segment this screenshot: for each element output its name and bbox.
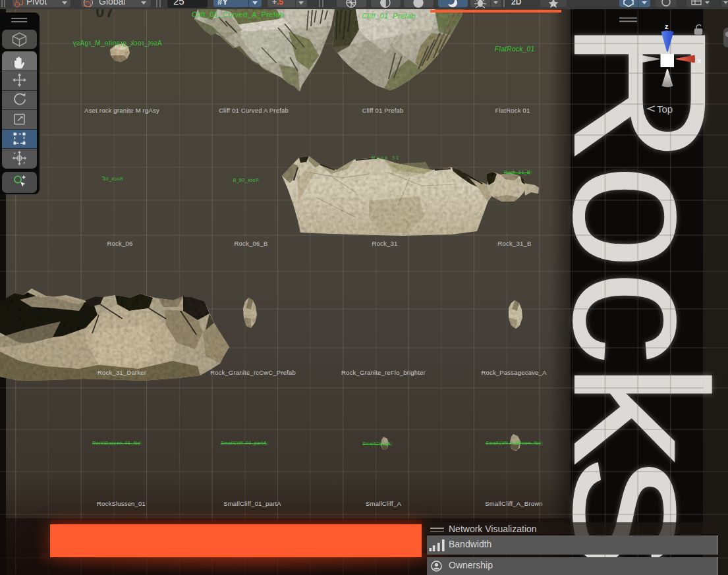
svg-text:Top: Top [657,103,673,115]
svg-text:x: x [698,57,702,65]
svg-text:z: z [665,22,669,30]
